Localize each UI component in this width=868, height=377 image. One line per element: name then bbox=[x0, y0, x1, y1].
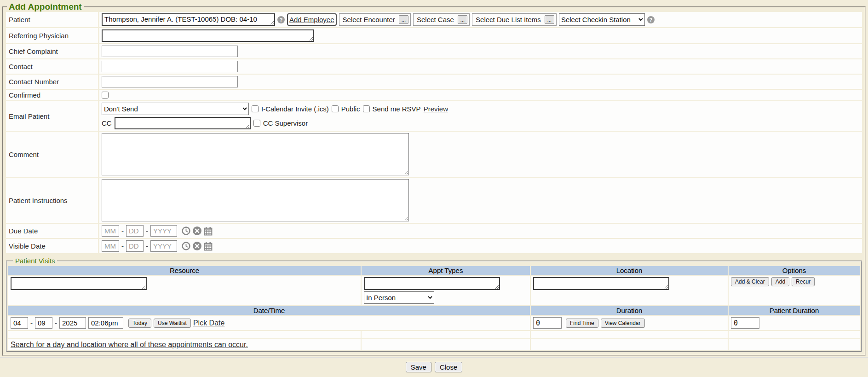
location-input[interactable] bbox=[533, 277, 669, 290]
chief-complaint-label: Chief Complaint bbox=[6, 44, 98, 58]
visible-date-day-input[interactable] bbox=[126, 240, 144, 252]
referring-physician-row: Referring Physician bbox=[6, 28, 862, 43]
view-calendar-button[interactable]: View Calendar bbox=[601, 319, 645, 328]
select-encounter-ellipsis-button[interactable]: ... bbox=[399, 15, 408, 24]
clear-icon[interactable] bbox=[192, 241, 202, 251]
referring-physician-input[interactable] bbox=[102, 29, 314, 42]
help-icon[interactable]: ? bbox=[647, 16, 655, 23]
checkin-station-select[interactable]: Select Checkin Station bbox=[559, 13, 645, 26]
due-date-day-input[interactable] bbox=[126, 225, 144, 237]
date-separator: - bbox=[30, 319, 33, 327]
save-button[interactable]: Save bbox=[406, 362, 431, 372]
chief-complaint-input[interactable] bbox=[102, 46, 238, 57]
patient-visits-section: Patient Visits Resource Appt Types Locat… bbox=[6, 257, 862, 352]
calendar-icon[interactable] bbox=[203, 226, 213, 236]
due-date-year-input[interactable] bbox=[150, 225, 177, 237]
visit-month-input[interactable] bbox=[11, 317, 28, 329]
use-waitlist-button[interactable]: Use Waitlist bbox=[154, 319, 191, 328]
patient-instructions-textarea[interactable] bbox=[102, 179, 409, 221]
chief-complaint-row: Chief Complaint bbox=[6, 44, 862, 58]
due-date-month-input[interactable] bbox=[102, 225, 119, 237]
select-case-ellipsis-button[interactable]: ... bbox=[458, 15, 467, 24]
visible-date-year-input[interactable] bbox=[150, 240, 177, 252]
email-send-select[interactable]: Don't Send bbox=[102, 103, 249, 115]
resource-header: Resource bbox=[8, 266, 361, 275]
visit-day-input[interactable] bbox=[35, 317, 52, 329]
contact-input[interactable] bbox=[102, 61, 238, 72]
public-checkbox[interactable] bbox=[332, 105, 339, 112]
select-due-list-label: Select Due List Items bbox=[476, 16, 541, 23]
location-cell bbox=[531, 276, 728, 305]
comment-row: Comment bbox=[6, 132, 862, 177]
appt-types-input[interactable] bbox=[364, 277, 500, 290]
empty-cell bbox=[729, 339, 860, 350]
contact-number-input[interactable] bbox=[102, 76, 238, 87]
confirmed-row: Confirmed bbox=[6, 90, 862, 100]
select-case-button[interactable]: Select Case ... bbox=[413, 13, 470, 26]
location-header: Location bbox=[531, 266, 728, 275]
date-separator: - bbox=[121, 242, 124, 250]
contact-label: Contact bbox=[6, 59, 98, 74]
calendar-icon[interactable] bbox=[203, 241, 213, 251]
help-icon[interactable]: ? bbox=[277, 16, 285, 23]
preview-link[interactable]: Preview bbox=[424, 105, 448, 113]
resource-input[interactable] bbox=[11, 277, 147, 290]
visit-year-input[interactable] bbox=[59, 317, 86, 329]
search-day-location-link[interactable]: Search for a day and location where all … bbox=[11, 341, 248, 349]
patient-visits-table: Resource Appt Types Location Options In … bbox=[8, 266, 860, 350]
options-cell: Add & Clear Add Recur bbox=[729, 276, 860, 305]
due-date-label: Due Date bbox=[6, 224, 98, 238]
send-me-rsvp-label: Send me RSVP bbox=[373, 105, 421, 113]
date-separator: - bbox=[146, 227, 148, 235]
visible-date-month-input[interactable] bbox=[102, 240, 119, 252]
find-time-button[interactable]: Find Time bbox=[566, 319, 598, 328]
options-header: Options bbox=[729, 266, 860, 275]
empty-cell bbox=[362, 339, 530, 350]
appt-types-header: Appt Types bbox=[362, 266, 530, 275]
confirmed-label: Confirmed bbox=[6, 90, 98, 100]
cc-supervisor-checkbox[interactable] bbox=[253, 120, 260, 127]
contact-number-label: Contact Number bbox=[6, 75, 98, 89]
resource-cell bbox=[8, 276, 361, 305]
visit-time-input[interactable] bbox=[88, 317, 123, 329]
select-encounter-button[interactable]: Select Encounter ... bbox=[339, 13, 411, 26]
cc-input[interactable] bbox=[115, 117, 251, 129]
comment-textarea[interactable] bbox=[102, 133, 409, 175]
pick-date-link[interactable]: Pick Date bbox=[193, 319, 224, 327]
add-employee-link[interactable]: Add Employee bbox=[289, 16, 334, 23]
referring-physician-label: Referring Physician bbox=[6, 28, 98, 43]
icalendar-invite-label: I-Calendar Invite (.ics) bbox=[261, 105, 329, 113]
visible-date-row: Visible Date -- bbox=[6, 239, 862, 253]
search-link-cell: Search for a day and location where all … bbox=[8, 339, 361, 350]
icalendar-invite-checkbox[interactable] bbox=[252, 105, 259, 112]
cc-label: CC bbox=[102, 119, 112, 127]
add-employee-linkbox[interactable]: Add Employee bbox=[287, 13, 337, 26]
select-due-list-ellipsis-button[interactable]: ... bbox=[545, 15, 554, 24]
patient-input[interactable]: Thompson, Jennifer A. (TEST-10065) DOB: … bbox=[102, 13, 275, 26]
clock-icon[interactable] bbox=[181, 226, 191, 236]
today-button[interactable]: Today bbox=[128, 319, 151, 328]
add-and-clear-button[interactable]: Add & Clear bbox=[731, 277, 769, 286]
add-appointment-section: Add Appointment Patient Thompson, Jennif… bbox=[2, 2, 866, 356]
confirmed-checkbox[interactable] bbox=[102, 92, 109, 99]
select-due-list-button[interactable]: Select Due List Items ... bbox=[472, 13, 557, 26]
recur-button[interactable]: Recur bbox=[792, 277, 815, 286]
clock-icon[interactable] bbox=[181, 241, 191, 251]
divider bbox=[0, 357, 868, 358]
duration-input[interactable] bbox=[533, 317, 562, 329]
select-encounter-label: Select Encounter bbox=[343, 16, 395, 23]
contact-number-row: Contact Number bbox=[6, 75, 862, 89]
send-me-rsvp-checkbox[interactable] bbox=[363, 105, 370, 112]
due-date-row: Due Date -- bbox=[6, 224, 862, 238]
comment-label: Comment bbox=[6, 132, 98, 177]
datetime-cell: -- Today Use Waitlist Pick Date bbox=[8, 316, 530, 330]
visit-mode-select[interactable]: In Person bbox=[364, 291, 434, 304]
add-button[interactable]: Add bbox=[771, 277, 789, 286]
clear-icon[interactable] bbox=[192, 226, 202, 236]
contact-row: Contact bbox=[6, 59, 862, 74]
date-separator: - bbox=[55, 319, 57, 327]
patient-label: Patient bbox=[6, 12, 98, 27]
patient-instructions-row: Patient Instructions bbox=[6, 178, 862, 223]
close-button[interactable]: Close bbox=[435, 362, 462, 372]
patient-duration-input[interactable] bbox=[731, 317, 759, 329]
